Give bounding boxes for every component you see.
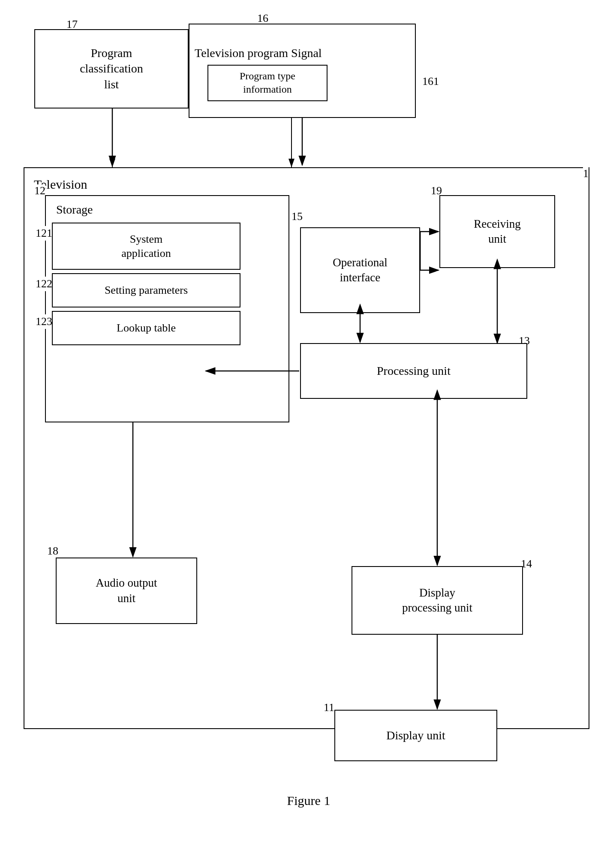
setting-parameters-wrapper: 122 Setting parameters	[52, 273, 282, 307]
processing-unit-box: Processing unit	[300, 343, 527, 399]
lookup-table-wrapper: 123 Lookup table	[52, 311, 282, 345]
program-classification-box: Program classification list	[34, 29, 189, 109]
label-11: 11	[324, 701, 334, 714]
label-16: 16	[257, 12, 268, 25]
system-application-wrapper: 121 System application	[52, 223, 282, 270]
label-123: 123	[36, 314, 52, 329]
label-12: 12	[34, 184, 45, 197]
tv-program-signal-box: Television program Signal Program type i…	[189, 24, 416, 118]
display-processing-unit-box: Display processing unit	[352, 566, 523, 635]
storage-system-box: Storage 121 System application 122 Setti…	[45, 195, 289, 422]
figure-caption: Figure 1	[249, 793, 369, 808]
label-18: 18	[47, 545, 58, 558]
receiving-unit-box: Receiving unit	[439, 195, 555, 268]
operational-interface-box: Operational interface	[300, 227, 420, 313]
setting-parameters-box: Setting parameters	[52, 273, 240, 307]
label-122: 122	[36, 277, 52, 291]
lookup-table-box: Lookup table	[52, 311, 240, 345]
system-application-box: System application	[52, 223, 240, 270]
audio-output-unit-box: Audio output unit	[56, 558, 197, 624]
display-unit-box: Display unit	[334, 710, 497, 761]
label-121: 121	[36, 226, 52, 241]
label-1: 1	[583, 167, 589, 180]
program-type-info-box: Program type information	[207, 65, 328, 101]
label-15: 15	[291, 210, 303, 223]
label-161: 161	[422, 75, 439, 88]
diagram: 17 Program classification list 16 Televi…	[0, 0, 616, 853]
